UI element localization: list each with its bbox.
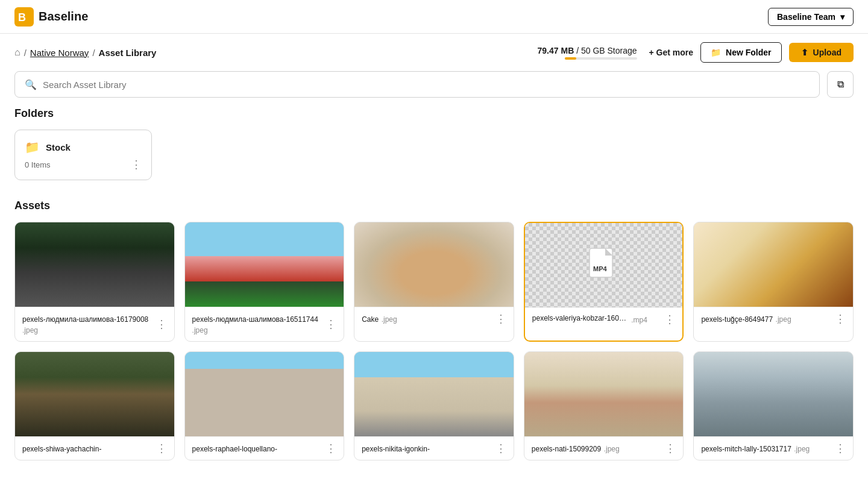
asset-thumbnail (185, 352, 344, 436)
asset-name-area: pexels-tuğçe-8649477 .jpeg (701, 313, 791, 324)
asset-thumbnail (694, 352, 853, 436)
upload-button[interactable]: ⬆ Upload (789, 43, 854, 62)
storage-bar (565, 57, 637, 60)
asset-footer: pexels-shiwa-yachachin- ⋮ (15, 436, 174, 460)
asset-image (694, 352, 853, 436)
asset-image (354, 352, 514, 436)
storage-used: 79.47 MB (538, 46, 574, 55)
storage-fill (565, 57, 576, 60)
search-input[interactable] (43, 80, 810, 90)
asset-thumbnail: MP4 (525, 223, 683, 307)
asset-menu-button[interactable]: ⋮ (835, 313, 846, 324)
filter-button[interactable]: ⧉ (827, 71, 854, 98)
asset-card[interactable]: pexels-tuğçe-8649477 .jpeg ⋮ (693, 222, 854, 342)
folder-card[interactable]: 📁 Stock 0 Items ⋮ (14, 130, 152, 180)
asset-thumbnail (185, 222, 344, 307)
get-more-button[interactable]: + Get more (649, 48, 694, 57)
baseline-logo-icon: B (14, 7, 34, 27)
asset-card[interactable]: pexels-людмила-шалимова-16179008 .jpeg ⋮ (14, 222, 175, 342)
folders-grid: 📁 Stock 0 Items ⋮ (14, 130, 854, 180)
breadcrumb-current: Asset Library (99, 48, 157, 58)
asset-menu-button[interactable]: ⋮ (664, 314, 675, 325)
asset-menu-button[interactable]: ⋮ (156, 319, 167, 330)
folder-name: Stock (46, 142, 71, 152)
home-icon[interactable]: ⌂ (14, 47, 20, 58)
asset-ext: .jpeg (382, 315, 397, 324)
asset-card[interactable]: pexels-raphael-loquellano- ⋮ (184, 351, 345, 460)
asset-ext: .jpeg (604, 445, 620, 453)
asset-menu-button[interactable]: ⋮ (326, 443, 336, 454)
asset-footer: pexels-nikita-igonkin- ⋮ (354, 436, 514, 460)
asset-name: pexels-shiwa-yachachin- (22, 445, 101, 453)
asset-name: pexels-людмила-шалимова-16511744 (192, 315, 318, 324)
asset-footer: pexels-mitch-lally-15031717 .jpeg ⋮ (694, 436, 853, 460)
asset-name-area: pexels-shiwa-yachachin- (22, 443, 101, 454)
asset-footer: pexels-tuğçe-8649477 .jpeg ⋮ (694, 307, 853, 330)
asset-thumbnail (15, 222, 174, 307)
asset-image (185, 222, 344, 307)
search-area: 🔍 ⧉ (0, 71, 868, 107)
mp4-icon: MP4 (588, 223, 620, 307)
asset-image (694, 222, 853, 307)
asset-ext: .jpeg (794, 445, 810, 453)
asset-menu-button[interactable]: ⋮ (495, 443, 506, 454)
asset-image (524, 352, 684, 436)
asset-name: pexels-nikita-igonkin- (362, 445, 430, 453)
topbar-right: 79.47 MB / 50 GB Storage + Get more 📁 Ne… (538, 42, 854, 63)
folders-section-title: Folders (14, 107, 854, 120)
asset-image (15, 222, 174, 307)
asset-menu-button[interactable]: ⋮ (156, 443, 167, 454)
asset-name-area: pexels-mitch-lally-15031717 .jpeg (701, 443, 810, 454)
asset-menu-button[interactable]: ⋮ (326, 319, 336, 330)
asset-footer: pexels-nati-15099209 .jpeg ⋮ (524, 436, 684, 460)
folder-menu-button[interactable]: ⋮ (131, 159, 142, 170)
storage-total: / (576, 46, 581, 55)
asset-name-area: pexels-valeriya-kobzar-16070714-1080x192… (532, 314, 647, 325)
folder-count: 0 Items (25, 160, 51, 169)
asset-card[interactable]: pexels-shiwa-yachachin- ⋮ (14, 351, 175, 460)
new-folder-label: New Folder (726, 48, 771, 57)
folder-icon: 📁 (711, 48, 721, 57)
search-box: 🔍 (14, 71, 820, 98)
breadcrumb-separator-1: / (24, 48, 27, 58)
storage-info: 79.47 MB / 50 GB Storage (538, 46, 637, 60)
asset-menu-button[interactable]: ⋮ (495, 313, 506, 324)
asset-name-area: pexels-людмила-шалимова-16179008 .jpeg (22, 313, 156, 335)
asset-card[interactable]: Cake .jpeg ⋮ (354, 222, 514, 342)
breadcrumb-parent[interactable]: Native Norway (30, 48, 89, 58)
chevron-down-icon: ▾ (840, 12, 844, 22)
asset-menu-button[interactable]: ⋮ (665, 443, 676, 454)
asset-thumbnail (354, 222, 514, 307)
asset-name-area: pexels-nikita-igonkin- (362, 443, 430, 454)
assets-section: Assets pexels-людмила-шалимова-16179008 … (14, 199, 854, 460)
team-button[interactable]: Baseline Team ▾ (768, 8, 854, 26)
folder-card-bottom: 0 Items ⋮ (25, 159, 142, 170)
folders-section: Folders 📁 Stock 0 Items ⋮ (14, 107, 854, 180)
asset-ext: .jpeg (22, 326, 38, 334)
asset-thumbnail (524, 352, 684, 436)
filter-icon: ⧉ (837, 79, 844, 90)
asset-card[interactable]: pexels-nikita-igonkin- ⋮ (354, 351, 514, 460)
asset-name: pexels-mitch-lally-15031717 (701, 445, 791, 453)
assets-grid: pexels-людмила-шалимова-16179008 .jpeg ⋮… (14, 222, 854, 460)
upload-icon: ⬆ (801, 48, 808, 57)
asset-name: pexels-nati-15099209 (532, 445, 601, 453)
asset-name-area: pexels-raphael-loquellano- (192, 443, 277, 454)
asset-card[interactable]: MP4 pexels-valeriya-kobzar-16070714-1080… (524, 222, 684, 342)
asset-name: pexels-людмила-шалимова-16179008 (22, 315, 148, 324)
asset-card[interactable]: pexels-людмила-шалимова-16511744 .jpeg ⋮ (184, 222, 345, 342)
asset-footer: pexels-raphael-loquellano- ⋮ (185, 436, 344, 460)
upload-label: Upload (813, 48, 841, 57)
asset-thumbnail (15, 352, 174, 436)
asset-card[interactable]: pexels-mitch-lally-15031717 .jpeg ⋮ (693, 351, 854, 460)
new-folder-button[interactable]: 📁 New Folder (700, 42, 781, 63)
asset-name-area: pexels-nati-15099209 .jpeg (532, 443, 620, 454)
asset-menu-button[interactable]: ⋮ (835, 443, 846, 454)
asset-footer: pexels-valeriya-kobzar-16070714-1080x192… (525, 307, 683, 331)
svg-text:B: B (18, 11, 26, 24)
asset-name-area: Cake .jpeg (362, 313, 397, 324)
folder-icon: 📁 (25, 140, 40, 154)
asset-ext: .jpeg (192, 326, 208, 334)
asset-card[interactable]: pexels-nati-15099209 .jpeg ⋮ (524, 351, 684, 460)
header: B Baseline Baseline Team ▾ (0, 0, 868, 34)
